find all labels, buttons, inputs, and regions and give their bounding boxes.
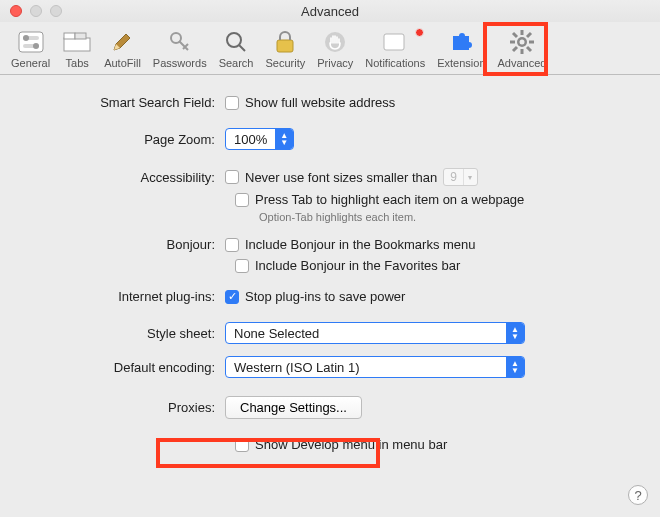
svg-point-22 [520,40,525,45]
page-zoom-label: Page Zoom: [20,132,225,147]
gear-icon [507,29,537,55]
toolbar-notifications[interactable]: Notifications [360,26,430,72]
svg-point-9 [227,33,241,47]
toolbar-label: Tabs [66,57,89,69]
tabs-icon [62,29,92,55]
smart-search-label: Smart Search Field: [20,95,225,110]
change-settings-button[interactable]: Change Settings... [225,396,362,419]
proxies-label: Proxies: [20,400,225,415]
encoding-value: Western (ISO Latin 1) [226,360,367,375]
search-icon [221,29,251,55]
stylesheet-value: None Selected [226,326,327,341]
updown-icon: ▲▼ [506,323,524,343]
svg-rect-6 [64,33,75,39]
svg-rect-10 [277,40,293,52]
toolbar-label: Notifications [365,57,425,69]
toolbar-security[interactable]: Security [260,26,310,72]
plugins-label: Internet plug-ins: [20,289,225,304]
puzzle-icon [446,29,476,55]
toolbar-advanced[interactable]: Advanced [493,26,552,72]
tab-highlight-text: Press Tab to highlight each item on a we… [255,192,524,207]
svg-point-4 [33,43,39,49]
help-button[interactable]: ? [628,485,648,505]
toolbar-label: Advanced [498,57,547,69]
window-title: Advanced [0,4,660,19]
svg-line-19 [527,47,531,51]
lock-icon [270,29,300,55]
stylesheet-label: Style sheet: [20,326,225,341]
notification-icon [380,29,410,55]
toolbar-tabs[interactable]: Tabs [57,26,97,72]
accessibility-label: Accessibility: [20,170,225,185]
toolbar-label: Extension [437,57,485,69]
bonjour-bookmarks-checkbox[interactable] [225,238,239,252]
show-full-url-checkbox[interactable] [225,96,239,110]
min-font-checkbox[interactable] [225,170,239,184]
accessibility-hint: Option-Tab highlights each item. [259,211,640,223]
develop-menu-text: Show Develop menu in menu bar [255,437,447,452]
develop-menu-checkbox[interactable] [235,438,249,452]
preferences-toolbar: General Tabs AutoFill Passwords Search S… [0,22,660,75]
badge-icon [415,28,424,37]
stylesheet-select[interactable]: None Selected ▲▼ [225,322,525,344]
encoding-label: Default encoding: [20,360,225,375]
svg-line-20 [527,33,531,37]
chevron-down-icon: ▾ [463,169,477,185]
pencil-icon [107,29,137,55]
bonjour-favorites-text: Include Bonjour in the Favorites bar [255,258,460,273]
min-font-text: Never use font sizes smaller than [245,170,437,185]
stop-plugins-checkbox[interactable]: ✓ [225,290,239,304]
updown-icon: ▲▼ [506,357,524,377]
bonjour-favorites-checkbox[interactable] [235,259,249,273]
svg-line-18 [513,33,517,37]
svg-rect-5 [64,38,90,51]
preferences-body: Smart Search Field: Show full website ad… [0,75,660,466]
page-zoom-select[interactable]: 100% ▲▼ [225,128,294,150]
bonjour-label: Bonjour: [20,237,225,252]
encoding-select[interactable]: Western (ISO Latin 1) ▲▼ [225,356,525,378]
key-icon [165,29,195,55]
svg-rect-0 [19,32,43,52]
stop-plugins-text: Stop plug-ins to save power [245,289,405,304]
toolbar-search[interactable]: Search [214,26,259,72]
hand-icon [320,29,350,55]
switches-icon [16,29,46,55]
svg-line-21 [513,47,517,51]
toolbar-label: General [11,57,50,69]
toolbar-label: AutoFill [104,57,141,69]
toolbar-label: Security [265,57,305,69]
toolbar-general[interactable]: General [6,26,55,72]
svg-rect-7 [75,33,86,39]
toolbar-passwords[interactable]: Passwords [148,26,212,72]
updown-icon: ▲▼ [275,129,293,149]
bonjour-bookmarks-text: Include Bonjour in the Bookmarks menu [245,237,476,252]
toolbar-extensions[interactable]: Extension [432,26,490,72]
svg-rect-12 [384,34,404,50]
toolbar-privacy[interactable]: Privacy [312,26,358,72]
show-full-url-text: Show full website address [245,95,395,110]
page-zoom-value: 100% [226,132,275,147]
toolbar-autofill[interactable]: AutoFill [99,26,146,72]
toolbar-label: Passwords [153,57,207,69]
toolbar-label: Privacy [317,57,353,69]
titlebar: Advanced [0,0,660,22]
toolbar-label: Search [219,57,254,69]
tab-highlight-checkbox[interactable] [235,193,249,207]
svg-point-2 [23,35,29,41]
min-font-stepper: 9 ▾ [443,168,478,186]
